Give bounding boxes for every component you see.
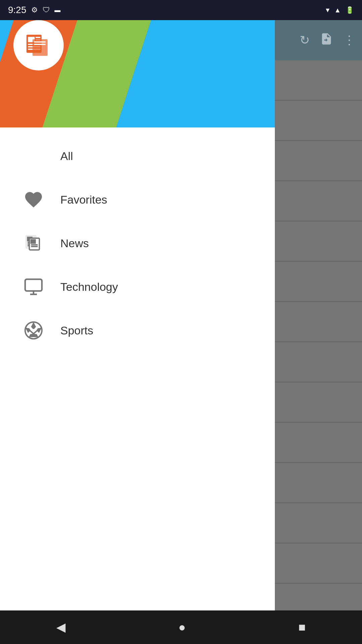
svg-marker-26 — [29, 334, 38, 337]
content-row — [275, 181, 362, 221]
svg-rect-16 — [31, 240, 36, 243]
sidebar-item-label: Favorites — [60, 193, 107, 206]
logo-svg — [23, 30, 54, 60]
heart-icon — [20, 186, 47, 213]
content-row — [275, 262, 362, 302]
sidebar-item-news[interactable]: News — [0, 221, 275, 265]
content-row — [275, 101, 362, 141]
content-row — [275, 221, 362, 262]
clipboard-icon: ▬ — [55, 7, 61, 14]
svg-rect-2 — [36, 37, 40, 38]
sidebar-item-technology[interactable]: Technology — [0, 265, 275, 309]
signal-icon: ▲ — [334, 6, 341, 14]
sidebar-item-sports[interactable]: Sports — [0, 309, 275, 352]
content-row — [275, 141, 362, 181]
sidebar-item-all[interactable]: All — [0, 134, 275, 178]
svg-line-32 — [34, 331, 37, 334]
sidebar-item-label: Sports — [60, 324, 93, 337]
svg-line-30 — [30, 331, 34, 334]
content-row — [275, 302, 362, 342]
sidebar-item-favorites[interactable]: Favorites — [0, 178, 275, 221]
content-row — [275, 503, 362, 543]
add-button[interactable] — [320, 32, 333, 48]
more-options-button[interactable]: ⋮ — [343, 33, 355, 47]
svg-rect-9 — [34, 44, 46, 45]
monitor-icon — [20, 273, 47, 300]
svg-rect-19 — [25, 279, 42, 291]
drawer-menu: All Favorites — [0, 127, 275, 624]
recent-button[interactable]: ■ — [298, 620, 306, 634]
status-right: ▾ ▲ 🔋 — [326, 6, 354, 14]
toolbar: ↻ ⋮ — [275, 20, 362, 60]
battery-icon: 🔋 — [346, 6, 354, 14]
back-button[interactable]: ◀ — [56, 620, 66, 634]
newspaper-icon — [20, 230, 47, 257]
sidebar-item-label: All — [60, 150, 73, 163]
status-left: 9:25 ⚙ 🛡 ▬ — [8, 5, 61, 15]
wifi-icon: ▾ — [326, 6, 329, 14]
content-row — [275, 342, 362, 382]
content-rows — [275, 60, 362, 644]
soccer-ball-icon — [20, 317, 47, 344]
sidebar-item-label: Technology — [60, 280, 118, 293]
content-row — [275, 423, 362, 463]
content-row — [275, 463, 362, 503]
status-time: 9:25 — [8, 5, 26, 15]
content-row — [275, 543, 362, 584]
nav-drawer: All Favorites — [0, 0, 275, 624]
settings-icon: ⚙ — [31, 6, 38, 14]
app-logo — [13, 20, 64, 70]
home-button[interactable]: ● — [178, 620, 186, 634]
bottom-nav: ◀ ● ■ — [0, 610, 362, 644]
content-row — [275, 60, 362, 101]
shield-icon: 🛡 — [43, 6, 50, 14]
sidebar-item-label: News — [60, 237, 89, 250]
refresh-button[interactable]: ↻ — [300, 33, 310, 47]
svg-rect-8 — [34, 41, 46, 43]
status-bar: 9:25 ⚙ 🛡 ▬ ▾ ▲ 🔋 — [0, 0, 362, 20]
content-row — [275, 382, 362, 423]
